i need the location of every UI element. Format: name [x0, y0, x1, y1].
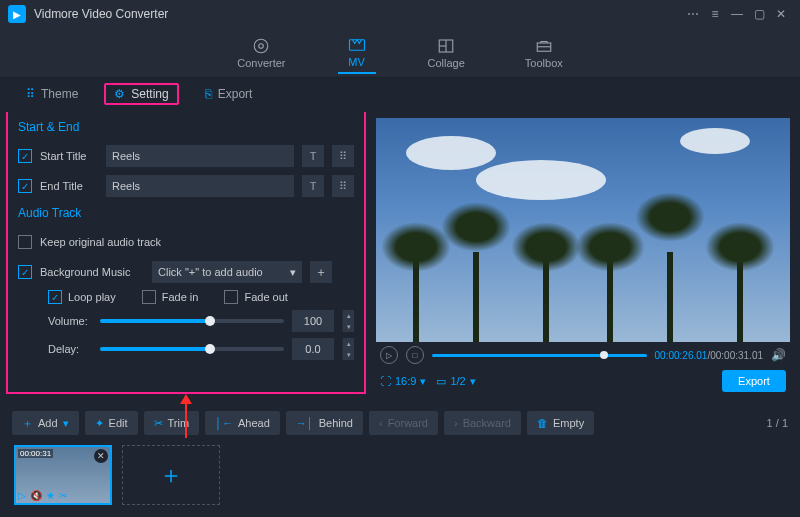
behind-button[interactable]: →│Behind: [286, 411, 363, 435]
subtab-export[interactable]: ⎘ Export: [195, 83, 263, 105]
clip-play-icon[interactable]: ▷: [18, 490, 26, 501]
main-tabs: Converter MV Collage Toolbox: [0, 28, 800, 78]
add-button[interactable]: ＋Add▾: [12, 411, 79, 435]
edit-icon: ✦: [95, 417, 104, 430]
end-title-font-button[interactable]: T: [302, 175, 324, 197]
ahead-icon: │←: [215, 417, 233, 429]
loop-play-checkbox[interactable]: ✓: [48, 290, 62, 304]
timeline-thumbs: 00:00:31 ✕ ▷ 🔇 ★ ✂ ＋: [0, 440, 800, 510]
stop-button[interactable]: □: [406, 346, 424, 364]
delay-label: Delay:: [48, 343, 92, 355]
minimize-icon[interactable]: ―: [726, 4, 748, 24]
tab-toolbox[interactable]: Toolbox: [517, 33, 571, 73]
volume-label: Volume:: [48, 315, 92, 327]
timeline-toolbar: ＋Add▾ ✦Edit ✂Trim │←Ahead →│Behind ‹Forw…: [0, 406, 800, 440]
app-title: Vidmore Video Converter: [34, 7, 168, 21]
time-display: 00:00:26.01/00:00:31.01: [655, 350, 763, 361]
volume-value: 100: [292, 310, 334, 332]
feedback-icon[interactable]: ⋯: [682, 4, 704, 24]
end-title-more-button[interactable]: ⠿: [332, 175, 354, 197]
annotation-arrow-icon: [176, 394, 196, 438]
backward-button[interactable]: ›Backward: [444, 411, 521, 435]
collage-icon: [435, 37, 457, 55]
tab-converter[interactable]: Converter: [229, 33, 293, 73]
bg-music-dropdown[interactable]: Click "+" to add audio ▾: [152, 261, 302, 283]
export-button[interactable]: Export: [722, 370, 786, 392]
bg-music-row: ✓ Background Music Click "+" to add audi…: [18, 260, 354, 284]
svg-point-1: [259, 43, 264, 48]
end-title-input[interactable]: [106, 175, 294, 197]
play-button[interactable]: ▷: [380, 346, 398, 364]
start-title-row: ✓ Start Title T ⠿: [18, 144, 354, 168]
theme-icon: ⠿: [26, 87, 35, 101]
volume-spinner[interactable]: ▴▾: [342, 310, 354, 332]
volume-row: Volume: 100 ▴▾: [48, 310, 354, 332]
delay-spinner[interactable]: ▴▾: [342, 338, 354, 360]
svg-point-0: [255, 39, 269, 53]
keep-original-label: Keep original audio track: [40, 236, 161, 248]
delay-row: Delay: 0.0 ▴▾: [48, 338, 354, 360]
end-title-checkbox[interactable]: ✓: [18, 179, 32, 193]
ahead-button[interactable]: │←Ahead: [205, 411, 280, 435]
subtab-theme[interactable]: ⠿ Theme: [16, 83, 88, 105]
aspect-icon: ⛶: [380, 375, 391, 387]
bg-music-checkbox[interactable]: ✓: [18, 265, 32, 279]
edit-button[interactable]: ✦Edit: [85, 411, 138, 435]
preview-panel: ▷ □ 00:00:26.01/00:00:31.01 🔊 ⛶ 16:9 ▾ ▭…: [376, 118, 790, 394]
sub-tabs: ⠿ Theme ⚙ Setting ⎘ Export: [0, 78, 800, 110]
clip-thumb[interactable]: 00:00:31 ✕ ▷ 🔇 ★ ✂: [14, 445, 112, 505]
page-dropdown[interactable]: ▭ 1/2 ▾: [436, 375, 475, 388]
end-title-row: ✓ End Title T ⠿: [18, 174, 354, 198]
toolbox-icon: [533, 37, 555, 55]
converter-icon: [250, 37, 272, 55]
keep-original-checkbox[interactable]: ✓: [18, 235, 32, 249]
fade-out-checkbox[interactable]: ✓: [224, 290, 238, 304]
delay-value: 0.0: [292, 338, 334, 360]
clip-mute-icon[interactable]: 🔇: [30, 490, 42, 501]
subtab-setting[interactable]: ⚙ Setting: [104, 83, 178, 105]
forward-icon: ‹: [379, 417, 383, 429]
clip-trim-icon[interactable]: ✂: [59, 490, 67, 501]
loop-play-label: Loop play: [68, 291, 116, 303]
volume-icon[interactable]: 🔊: [771, 348, 786, 362]
clip-remove-button[interactable]: ✕: [94, 449, 108, 463]
plus-icon: ＋: [22, 416, 33, 431]
tab-collage[interactable]: Collage: [420, 33, 473, 73]
clip-duration: 00:00:31: [18, 449, 53, 458]
chevron-down-icon: ▾: [63, 417, 69, 430]
export-icon: ⎘: [205, 87, 212, 101]
start-title-more-button[interactable]: ⠿: [332, 145, 354, 167]
svg-rect-2: [349, 39, 364, 50]
end-title-label: End Title: [40, 180, 98, 192]
start-title-input[interactable]: [106, 145, 294, 167]
forward-button[interactable]: ‹Forward: [369, 411, 438, 435]
add-clip-button[interactable]: ＋: [122, 445, 220, 505]
bg-music-label: Background Music: [40, 266, 144, 278]
menu-icon[interactable]: ≡: [704, 4, 726, 24]
trash-icon: 🗑: [537, 417, 548, 429]
mv-icon: [346, 36, 368, 54]
chevron-down-icon: ▾: [290, 266, 296, 279]
fade-in-label: Fade in: [162, 291, 199, 303]
pager-display: 1 / 1: [767, 417, 788, 429]
tab-mv[interactable]: MV: [338, 32, 376, 74]
settings-panel: Start & End ✓ Start Title T ⠿ ✓ End Titl…: [6, 112, 366, 394]
close-icon[interactable]: ✕: [770, 4, 792, 24]
add-audio-button[interactable]: ＋: [310, 261, 332, 283]
volume-slider[interactable]: [100, 319, 284, 323]
aspect-ratio-dropdown[interactable]: ⛶ 16:9 ▾: [380, 375, 426, 388]
maximize-icon[interactable]: ▢: [748, 4, 770, 24]
empty-button[interactable]: 🗑Empty: [527, 411, 594, 435]
delay-slider[interactable]: [100, 347, 284, 351]
svg-marker-9: [180, 394, 192, 404]
video-preview[interactable]: [376, 118, 790, 342]
page-icon: ▭: [436, 375, 446, 388]
clip-star-icon[interactable]: ★: [46, 490, 55, 501]
section-audio: Audio Track: [18, 206, 354, 220]
titlebar: ▶ Vidmore Video Converter ⋯ ≡ ― ▢ ✕: [0, 0, 800, 28]
progress-bar[interactable]: [432, 354, 647, 357]
start-title-font-button[interactable]: T: [302, 145, 324, 167]
start-title-label: Start Title: [40, 150, 98, 162]
start-title-checkbox[interactable]: ✓: [18, 149, 32, 163]
fade-in-checkbox[interactable]: ✓: [142, 290, 156, 304]
